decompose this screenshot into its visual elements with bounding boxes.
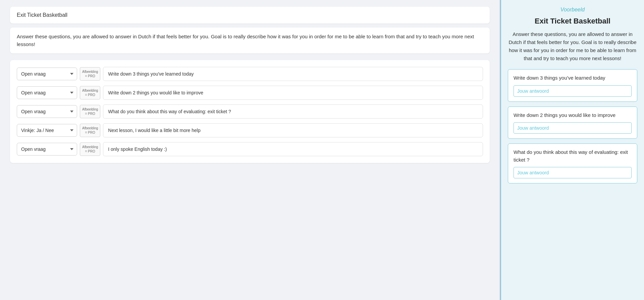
question-text-0[interactable] — [103, 67, 483, 81]
question-row-4: Open vraag Vinkje: Ja / Nee Meerkeuze Sc… — [17, 142, 483, 156]
description-card: Answer these questions, you are allowed … — [10, 28, 490, 53]
question-type-select-4[interactable]: Open vraag Vinkje: Ja / Nee Meerkeuze Sc… — [17, 143, 77, 156]
preview-title: Exit Ticket Basketball — [508, 17, 637, 26]
afbeelding-btn-1[interactable]: Afbeelding= PRO — [80, 86, 100, 99]
preview-answer-placeholder-1[interactable]: Jouw antwoord — [514, 122, 632, 134]
question-text-1[interactable] — [103, 86, 483, 100]
question-text-4[interactable] — [103, 142, 483, 156]
questions-container: Open vraag Vinkje: Ja / Nee Meerkeuze Sc… — [10, 60, 490, 163]
description-text: Answer these questions, you are allowed … — [17, 34, 474, 47]
question-type-select-1[interactable]: Open vraag Vinkje: Ja / Nee Meerkeuze Sc… — [17, 86, 77, 99]
main-content: Answer these questions, you are allowed … — [0, 0, 500, 300]
preview-description: Answer these questions, you are allowed … — [508, 30, 637, 62]
preview-question-label-2: What do you think about this way of eval… — [514, 148, 632, 164]
title-card — [10, 7, 490, 24]
afbeelding-btn-0[interactable]: Afbeelding= PRO — [80, 67, 100, 81]
afbeelding-btn-4[interactable]: Afbeelding= PRO — [80, 142, 100, 156]
preview-label: Voorbeeld — [508, 7, 637, 13]
question-text-2[interactable] — [103, 104, 483, 119]
question-row-1: Open vraag Vinkje: Ja / Nee Meerkeuze Sc… — [17, 86, 483, 100]
preview-question-label-0: Write down 3 things you've learned today — [514, 74, 632, 82]
question-text-3[interactable] — [103, 123, 483, 137]
preview-question-card-2: What do you think about this way of eval… — [508, 143, 637, 183]
title-input[interactable] — [17, 12, 483, 18]
question-row-0: Open vraag Vinkje: Ja / Nee Meerkeuze Sc… — [17, 67, 483, 81]
question-type-select-0[interactable]: Open vraag Vinkje: Ja / Nee Meerkeuze Sc… — [17, 68, 77, 80]
question-row-2: Open vraag Vinkje: Ja / Nee Meerkeuze Sc… — [17, 104, 483, 119]
afbeelding-btn-3[interactable]: Afbeelding= PRO — [80, 124, 100, 137]
question-row-3: Open vraag Vinkje: Ja / Nee Meerkeuze Sc… — [17, 123, 483, 137]
afbeelding-btn-2[interactable]: Afbeelding= PRO — [80, 105, 100, 118]
preview-answer-placeholder-2[interactable]: Jouw antwoord — [514, 167, 632, 178]
preview-question-card-1: Write down 2 things you would like to im… — [508, 106, 637, 139]
preview-answer-placeholder-0[interactable]: Jouw antwoord — [514, 85, 632, 97]
preview-panel: Voorbeeld Exit Ticket Basketball Answer … — [500, 0, 644, 300]
question-type-select-3[interactable]: Open vraag Vinkje: Ja / Nee Meerkeuze Sc… — [17, 124, 77, 137]
preview-question-card-0: Write down 3 things you've learned today… — [508, 69, 637, 102]
question-type-select-2[interactable]: Open vraag Vinkje: Ja / Nee Meerkeuze Sc… — [17, 105, 77, 118]
preview-question-label-1: Write down 2 things you would like to im… — [514, 112, 632, 119]
